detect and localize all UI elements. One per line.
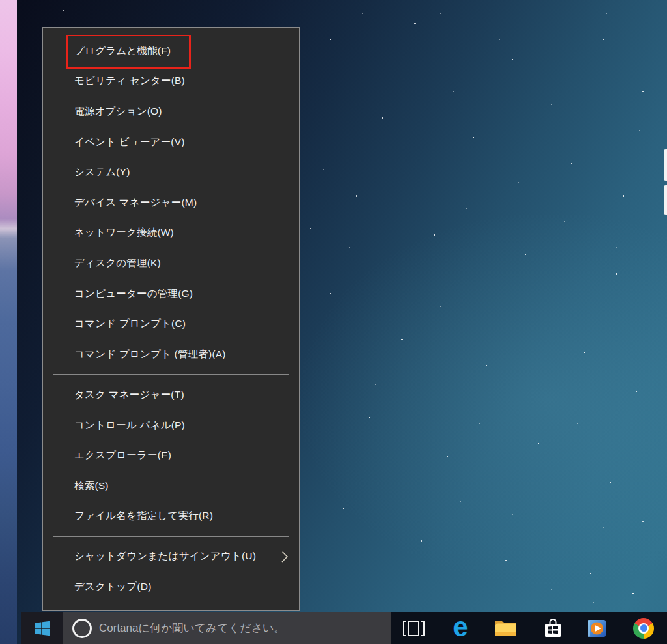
cortana-search-box[interactable]: Cortanaに何か聞いてみてください。 xyxy=(63,612,391,644)
menu-item-label: 電源オプション(O) xyxy=(74,105,162,119)
adjacent-wallpaper-strip xyxy=(0,0,17,644)
menu-item-file-explorer[interactable]: エクスプローラー(E) xyxy=(43,440,299,471)
file-explorer-icon xyxy=(494,619,517,637)
menu-item-search[interactable]: 検索(S) xyxy=(43,471,299,501)
menu-item-label: シャットダウンまたはサインアウト(U) xyxy=(74,550,256,563)
start-button[interactable] xyxy=(21,612,63,644)
menu-item-mobility-center[interactable]: モビリティ センター(B) xyxy=(43,66,299,97)
media-player-button[interactable] xyxy=(582,612,611,644)
menu-item-label: コマンド プロンプト(C) xyxy=(74,317,186,331)
menu-item-label: イベント ビューアー(V) xyxy=(74,135,185,149)
window-edge-fragment xyxy=(664,149,667,181)
google-chrome-icon xyxy=(633,618,654,639)
menu-item-label: システム(Y) xyxy=(74,165,130,179)
menu-item-label: ネットワーク接続(W) xyxy=(74,226,174,240)
microsoft-edge-icon: e xyxy=(453,613,468,641)
submenu-chevron-icon xyxy=(280,550,289,563)
menu-item-label: コマンド プロンプト (管理者)(A) xyxy=(74,348,226,361)
task-view-button[interactable] xyxy=(399,612,428,644)
wallpaper-stars-dim xyxy=(17,0,18,1)
menu-item-device-manager[interactable]: デバイス マネージャー(M) xyxy=(43,188,299,218)
menu-item-label: 検索(S) xyxy=(74,479,109,493)
menu-item-label: デスクトップ(D) xyxy=(74,580,152,594)
menu-separator xyxy=(53,374,289,375)
menu-item-label: タスク マネージャー(T) xyxy=(74,388,184,402)
menu-item-run[interactable]: ファイル名を指定して実行(R) xyxy=(43,501,299,532)
menu-item-command-prompt[interactable]: コマンド プロンプト(C) xyxy=(43,309,299,339)
menu-item-programs-and-features[interactable]: プログラムと機能(F) xyxy=(43,36,299,66)
winx-context-menu: プログラムと機能(F) モビリティ センター(B) 電源オプション(O) イベン… xyxy=(42,27,300,611)
menu-item-label: ファイル名を指定して実行(R) xyxy=(74,509,213,523)
menu-item-label: モビリティ センター(B) xyxy=(74,74,185,88)
menu-item-command-prompt-admin[interactable]: コマンド プロンプト (管理者)(A) xyxy=(43,339,299,370)
menu-item-system[interactable]: システム(Y) xyxy=(43,157,299,188)
windows-logo-icon xyxy=(33,619,52,638)
menu-item-label: コンピューターの管理(G) xyxy=(74,287,193,301)
menu-item-label: エクスプローラー(E) xyxy=(74,449,171,462)
menu-item-computer-management[interactable]: コンピューターの管理(G) xyxy=(43,279,299,309)
edge-button[interactable]: e xyxy=(446,612,475,644)
menu-item-shutdown-or-signout[interactable]: シャットダウンまたはサインアウト(U) xyxy=(43,542,299,572)
menu-item-label: コントロール パネル(P) xyxy=(74,419,185,432)
search-placeholder-text: Cortanaに何か聞いてみてください。 xyxy=(99,621,285,636)
file-explorer-button[interactable] xyxy=(491,612,520,644)
menu-item-network-connections[interactable]: ネットワーク接続(W) xyxy=(43,218,299,249)
window-edge-fragment xyxy=(664,185,667,215)
microsoft-store-icon xyxy=(543,618,563,638)
media-player-icon xyxy=(586,618,607,639)
menu-item-disk-management[interactable]: ディスクの管理(K) xyxy=(43,248,299,279)
task-view-icon xyxy=(402,620,425,637)
cortana-icon xyxy=(72,619,92,638)
menu-item-label: プログラムと機能(F) xyxy=(74,44,171,58)
menu-item-power-options[interactable]: 電源オプション(O) xyxy=(43,96,299,127)
menu-item-desktop[interactable]: デスクトップ(D) xyxy=(43,572,299,602)
menu-item-label: ディスクの管理(K) xyxy=(74,257,161,270)
menu-item-control-panel[interactable]: コントロール パネル(P) xyxy=(43,410,299,441)
store-button[interactable] xyxy=(539,612,567,644)
menu-item-event-viewer[interactable]: イベント ビューアー(V) xyxy=(43,127,299,158)
chrome-button[interactable] xyxy=(629,612,658,644)
menu-item-task-manager[interactable]: タスク マネージャー(T) xyxy=(43,380,299,410)
menu-separator xyxy=(53,536,289,537)
taskbar: Cortanaに何か聞いてみてください。 e xyxy=(21,612,667,644)
menu-item-label: デバイス マネージャー(M) xyxy=(74,196,197,210)
